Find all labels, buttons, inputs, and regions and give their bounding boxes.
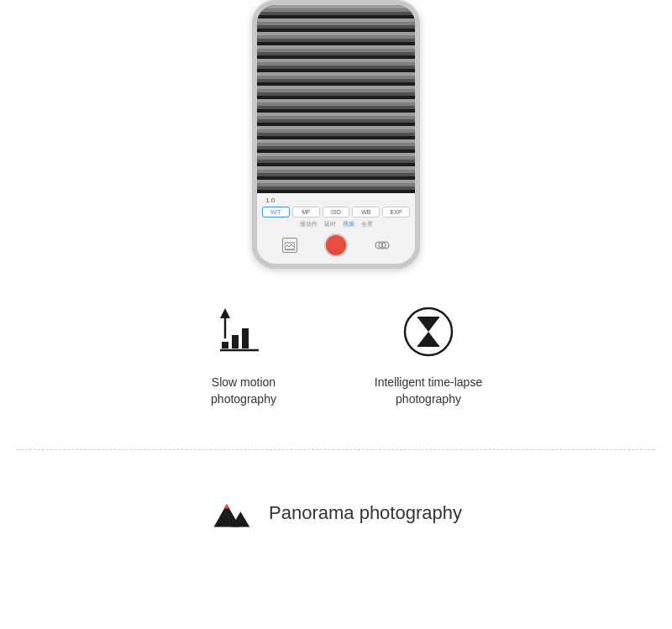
svg-rect-4 — [222, 342, 228, 349]
svg-rect-5 — [232, 335, 239, 349]
time-lapse-feature: Intelligent time-lapsephotography — [361, 302, 496, 407]
camera-viewfinder — [257, 5, 415, 193]
features-section: Slow motionphotography Intelligent time-… — [0, 269, 672, 449]
camera-modes: 慢动作 延时 视频 全景 — [262, 221, 410, 228]
mode-timelapse[interactable]: 延时 — [324, 221, 336, 228]
phone-screen: 1.0 W/T MF ISO WB EXP 慢动作 延时 视频 全景 — [257, 5, 415, 264]
phone-container: 1.0 W/T MF ISO WB EXP 慢动作 延时 视频 全景 — [0, 0, 672, 269]
mode-panorama[interactable]: 全景 — [361, 221, 373, 228]
time-lapse-icon — [399, 302, 458, 361]
slow-motion-label: Slow motionphotography — [211, 375, 276, 407]
svg-marker-15 — [223, 504, 229, 508]
camera-buttons-row: W/T MF ISO WB EXP — [262, 207, 410, 218]
phone-mockup: 1.0 W/T MF ISO WB EXP 慢动作 延时 视频 全景 — [252, 0, 420, 269]
time-lapse-label: Intelligent time-lapsephotography — [375, 375, 482, 407]
wt-button[interactable]: W/T — [262, 207, 290, 218]
slow-motion-feature: Slow motionphotography — [176, 302, 311, 407]
mf-button[interactable]: MF — [292, 207, 320, 218]
exp-button[interactable]: EXP — [382, 207, 410, 218]
panorama-section: Panorama photography — [0, 450, 672, 559]
panorama-label: Panorama photography — [269, 502, 462, 524]
svg-point-10 — [405, 308, 452, 355]
slow-motion-icon — [214, 302, 273, 361]
camera-bottom — [262, 232, 410, 260]
panorama-icon — [210, 492, 252, 534]
camera-controls: 1.0 W/T MF ISO WB EXP 慢动作 延时 视频 全景 — [257, 193, 415, 264]
iso-button[interactable]: ISO — [323, 207, 350, 218]
mode-slow-motion[interactable]: 慢动作 — [300, 221, 318, 228]
camera-photo — [257, 5, 415, 193]
phone-frame: 1.0 W/T MF ISO WB EXP 慢动作 延时 视频 全景 — [252, 0, 420, 269]
svg-marker-8 — [220, 308, 230, 318]
gallery-icon[interactable] — [282, 238, 297, 253]
wb-button[interactable]: WB — [352, 207, 380, 218]
filters-icon[interactable] — [375, 238, 390, 253]
record-button[interactable] — [324, 233, 348, 257]
mode-video[interactable]: 视频 — [343, 221, 354, 228]
zoom-level: 1.0 — [262, 197, 410, 204]
svg-rect-6 — [242, 328, 249, 349]
